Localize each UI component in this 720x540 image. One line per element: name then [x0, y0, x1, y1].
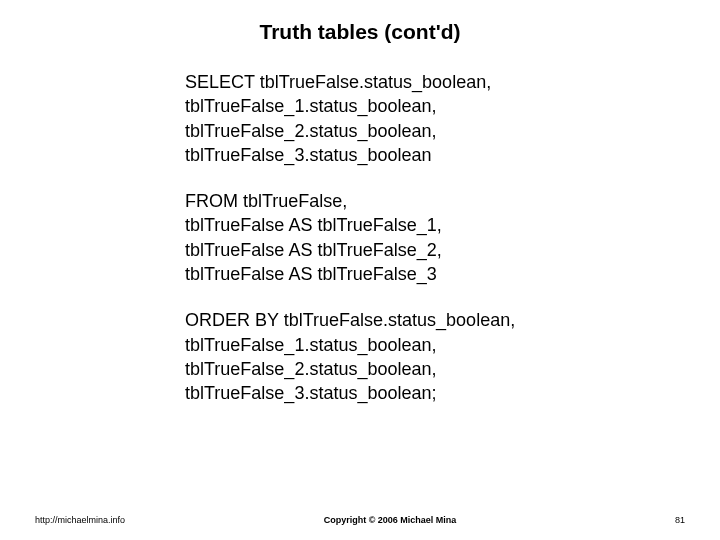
code-line: tblTrueFalse_1.status_boolean,: [185, 94, 660, 118]
code-line: tblTrueFalse_1.status_boolean,: [185, 333, 660, 357]
slide-title: Truth tables (cont'd): [30, 20, 690, 44]
code-line: tblTrueFalse_2.status_boolean,: [185, 119, 660, 143]
slide-content: SELECT tblTrueFalse.status_boolean, tblT…: [30, 70, 690, 515]
sql-select-block: SELECT tblTrueFalse.status_boolean, tblT…: [185, 70, 660, 167]
slide-footer: http://michaelmina.info Copyright © 2006…: [30, 515, 690, 530]
footer-page-number: 81: [655, 515, 685, 525]
code-line: tblTrueFalse AS tblTrueFalse_2,: [185, 238, 660, 262]
code-line: ORDER BY tblTrueFalse.status_boolean,: [185, 308, 660, 332]
sql-from-block: FROM tblTrueFalse, tblTrueFalse AS tblTr…: [185, 189, 660, 286]
footer-copyright: Copyright © 2006 Michael Mina: [125, 515, 655, 525]
footer-url: http://michaelmina.info: [35, 515, 125, 525]
code-line: tblTrueFalse_3.status_boolean;: [185, 381, 660, 405]
sql-orderby-block: ORDER BY tblTrueFalse.status_boolean, tb…: [185, 308, 660, 405]
code-line: tblTrueFalse AS tblTrueFalse_1,: [185, 213, 660, 237]
code-line: FROM tblTrueFalse,: [185, 189, 660, 213]
code-line: tblTrueFalse_2.status_boolean,: [185, 357, 660, 381]
code-line: tblTrueFalse_3.status_boolean: [185, 143, 660, 167]
code-line: SELECT tblTrueFalse.status_boolean,: [185, 70, 660, 94]
code-line: tblTrueFalse AS tblTrueFalse_3: [185, 262, 660, 286]
slide-container: Truth tables (cont'd) SELECT tblTrueFals…: [0, 0, 720, 540]
